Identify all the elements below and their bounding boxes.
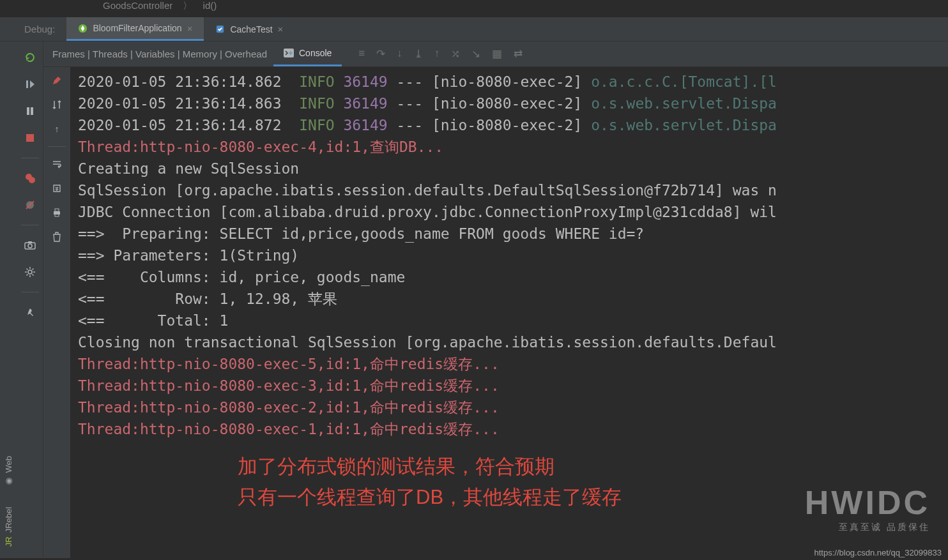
scroll-to-end-icon[interactable] bbox=[50, 181, 64, 195]
filter-icon[interactable]: ≡ bbox=[358, 47, 365, 61]
pause-button[interactable] bbox=[23, 104, 37, 118]
debug-label: Debug: bbox=[19, 24, 66, 34]
rerun-button[interactable] bbox=[23, 50, 37, 64]
svg-point-12 bbox=[28, 244, 32, 248]
console-tool-column: ↑ bbox=[43, 67, 70, 558]
run-tab-bloomfilter[interactable]: BloomFilterApplication × bbox=[66, 17, 204, 41]
print-icon[interactable] bbox=[50, 206, 64, 220]
edit-icon[interactable] bbox=[50, 73, 64, 87]
watermark-text: HWIDC bbox=[805, 483, 930, 522]
step-out-icon[interactable]: ↑ bbox=[434, 47, 440, 61]
drop-frame-icon[interactable]: ⤮ bbox=[451, 47, 460, 61]
close-icon[interactable]: × bbox=[278, 24, 284, 34]
divider bbox=[48, 146, 66, 147]
svg-rect-4 bbox=[31, 107, 33, 115]
left-tool-rail: ◉ Web JR JRebel bbox=[0, 42, 17, 558]
svg-rect-3 bbox=[27, 107, 29, 115]
divider bbox=[21, 292, 39, 292]
test-icon bbox=[215, 24, 225, 34]
debug-tabbar: Debug: BloomFilterApplication × CacheTes… bbox=[0, 17, 948, 42]
up-icon[interactable]: ↑ bbox=[50, 122, 64, 136]
resume-button[interactable] bbox=[23, 77, 37, 91]
breadcrumb-method[interactable]: id() bbox=[203, 0, 217, 11]
clear-icon[interactable] bbox=[50, 230, 64, 244]
run-tab-label: CacheTest bbox=[230, 24, 272, 34]
soft-wrap-icon[interactable] bbox=[50, 157, 64, 171]
close-icon[interactable]: × bbox=[187, 23, 193, 34]
divider bbox=[21, 225, 39, 225]
spring-boot-icon bbox=[78, 24, 88, 33]
debug-view-toolbar: Frames | Threads | Variables | Memory | … bbox=[43, 42, 948, 67]
snapshot-button[interactable] bbox=[23, 238, 37, 252]
breadcrumb: GoodsController 〉 id() bbox=[0, 0, 948, 17]
console-tab-label: Console bbox=[299, 48, 332, 58]
mute-breakpoints-button[interactable] bbox=[23, 198, 37, 212]
settings-button[interactable] bbox=[23, 265, 37, 279]
svg-point-7 bbox=[29, 177, 35, 183]
svg-rect-11 bbox=[28, 241, 32, 243]
breadcrumb-class[interactable]: GoodsController bbox=[103, 0, 172, 11]
stop-button[interactable] bbox=[23, 131, 37, 145]
step-over-icon[interactable]: ↷ bbox=[376, 47, 385, 61]
svg-point-13 bbox=[28, 270, 32, 274]
console-tab[interactable]: Console bbox=[273, 42, 342, 66]
debug-tool-column bbox=[17, 42, 43, 558]
evaluate-icon[interactable]: ▦ bbox=[492, 47, 502, 61]
watermark: HWIDC 至真至诚 品质保住 bbox=[805, 483, 930, 533]
watermark-subtext: 至真至诚 品质保住 bbox=[805, 522, 930, 533]
footer-link: https://blog.csdn.net/qq_32099833 bbox=[814, 548, 942, 557]
svg-rect-2 bbox=[26, 80, 28, 88]
svg-rect-5 bbox=[26, 134, 34, 142]
console-icon bbox=[284, 49, 294, 57]
run-tab-label: BloomFilterApplication bbox=[93, 23, 181, 33]
view-list[interactable]: Frames | Threads | Variables | Memory | … bbox=[46, 49, 273, 59]
pin-button[interactable] bbox=[23, 305, 37, 319]
rail-jrebel[interactable]: JR JRebel bbox=[4, 507, 13, 547]
force-step-into-icon[interactable]: ⤓ bbox=[414, 47, 423, 61]
rail-label: Web bbox=[4, 456, 13, 473]
rail-web[interactable]: ◉ Web bbox=[4, 456, 13, 487]
view-breakpoints-button[interactable] bbox=[23, 171, 37, 185]
rail-label: JRebel bbox=[4, 507, 13, 533]
sort-icon[interactable] bbox=[50, 98, 64, 112]
run-tab-cachetest[interactable]: CacheTest × bbox=[204, 17, 294, 41]
svg-rect-16 bbox=[55, 209, 59, 211]
step-into-icon[interactable]: ↓ bbox=[397, 47, 402, 61]
globe-icon: ◉ bbox=[4, 477, 13, 487]
trace-icon[interactable]: ⇄ bbox=[514, 47, 523, 61]
run-to-cursor-icon[interactable]: ↘ bbox=[471, 47, 480, 61]
jrebel-icon: JR bbox=[4, 536, 13, 547]
breadcrumb-separator: 〉 bbox=[183, 0, 192, 11]
divider bbox=[21, 158, 39, 158]
